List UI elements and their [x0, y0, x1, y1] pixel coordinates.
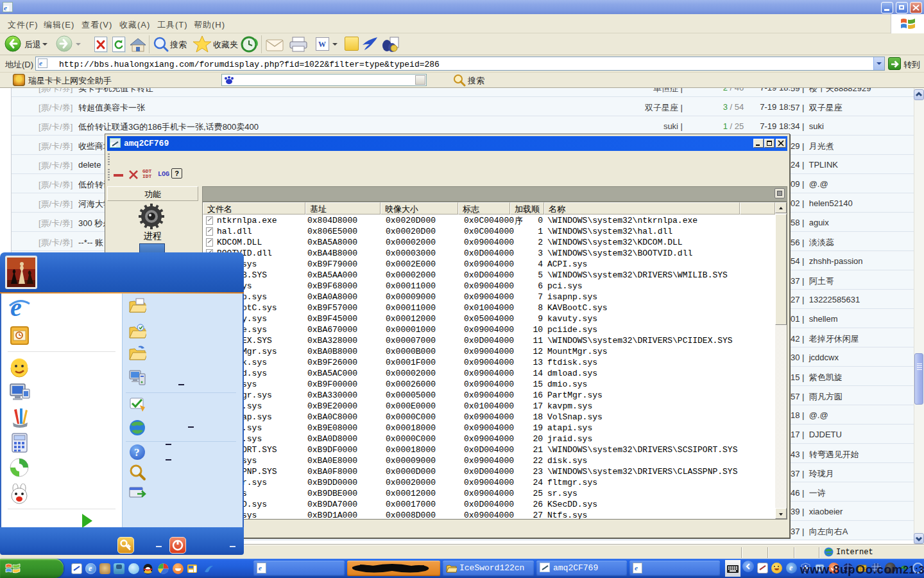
svg-text:?: ?	[134, 446, 140, 459]
